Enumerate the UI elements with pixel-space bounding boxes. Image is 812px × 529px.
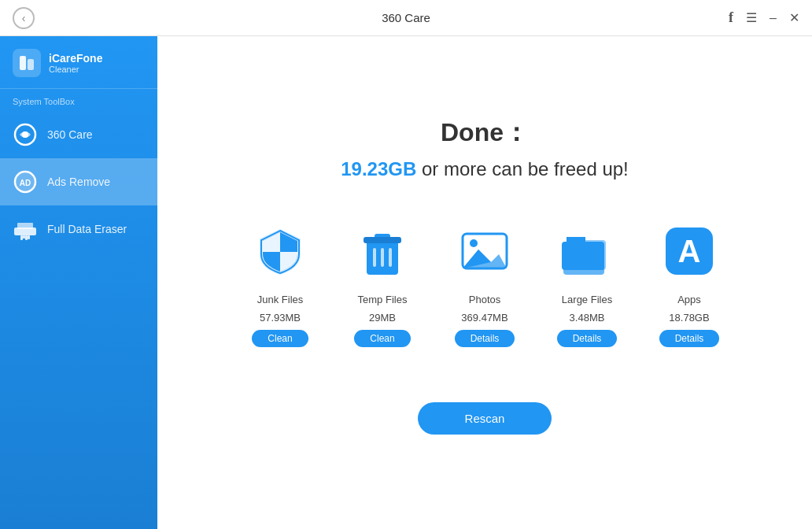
360-care-icon [13,122,38,147]
svg-point-2 [21,57,24,60]
svg-rect-27 [562,242,604,270]
category-junk-files: Junk Files 57.93MB Clean [245,220,316,347]
content-area: Done： 19.23GB or more can be freed up! [157,36,812,529]
temp-files-button[interactable]: Clean [354,330,410,347]
svg-rect-10 [25,235,28,240]
photos-button[interactable]: Details [455,330,515,347]
photos-icon [453,220,516,283]
svg-rect-8 [17,223,33,229]
junk-files-label: Junk Files [257,294,304,305]
sidebar-item-label-full-data-eraser: Full Data Eraser [47,223,127,235]
temp-files-label: Temp Files [358,294,408,305]
ads-remove-icon: AD [13,169,38,194]
done-subtitle: 19.23GB or more can be freed up! [341,158,629,180]
svg-text:AD: AD [20,179,31,187]
svg-rect-9 [20,235,23,240]
category-large-files: Large Files 3.48MB Details [552,220,622,347]
sidebar-section-label: System ToolBox [0,89,157,111]
menu-icon[interactable]: ☰ [746,10,757,25]
photos-label: Photos [469,294,500,305]
large-files-size: 3.48MB [570,312,605,324]
sidebar-item-full-data-eraser[interactable]: Full Data Eraser [0,205,157,253]
back-icon: ‹ [22,12,26,24]
svg-text:A: A [678,234,701,268]
junk-files-size: 57.93MB [260,312,301,324]
app-logo-icon [13,49,41,77]
category-apps: A Apps 18.78GB Details [654,220,725,347]
svg-rect-11 [23,235,25,239]
sidebar: iCareFone Cleaner System ToolBox 360 Car… [0,36,157,529]
done-title: Done： [441,116,529,150]
photos-size: 369.47MB [461,312,507,324]
minimize-icon[interactable]: – [770,11,777,25]
category-photos: Photos 369.47MB Details [449,220,520,347]
temp-files-icon [351,220,414,283]
facebook-icon[interactable]: f [729,9,733,26]
svg-point-4 [22,131,28,138]
junk-files-button[interactable]: Clean [252,330,308,347]
freed-amount: 19.23GB [341,158,416,179]
large-files-label: Large Files [562,294,612,305]
rescan-button[interactable]: Rescan [418,402,552,435]
large-files-button[interactable]: Details [557,330,618,347]
title-bar-left: ‹ [13,7,35,29]
main-layout: iCareFone Cleaner System ToolBox 360 Car… [0,36,812,529]
sidebar-item-ads-remove[interactable]: AD Ads Remove [0,158,157,205]
app-subtitle: Cleaner [49,65,102,74]
svg-rect-1 [28,59,34,70]
app-title: iCareFone [49,52,102,65]
junk-files-icon [249,220,312,283]
sidebar-item-label-360-care: 360 Care [47,128,93,141]
apps-icon: A [658,220,721,283]
back-button[interactable]: ‹ [13,7,35,29]
apps-button[interactable]: Details [659,330,720,347]
app-logo: iCareFone Cleaner [0,36,157,89]
app-logo-text: iCareFone Cleaner [49,52,102,75]
svg-rect-12 [28,235,30,239]
apps-size: 18.78GB [669,312,709,324]
categories-container: Junk Files 57.93MB Clean [245,220,725,347]
svg-rect-16 [364,237,401,243]
category-temp-files: Temp Files 29MB Clean [347,220,418,347]
svg-point-21 [470,239,478,247]
freed-text: or more can be freed up! [416,158,628,179]
sidebar-item-label-ads-remove: Ads Remove [47,176,110,188]
window-title: 360 Care [382,11,430,24]
temp-files-size: 29MB [369,312,396,324]
svg-rect-18 [381,248,384,267]
sidebar-item-360-care[interactable]: 360 Care [0,111,157,158]
full-data-eraser-icon [13,216,38,242]
title-bar-right: f ☰ – ✕ [729,9,799,26]
svg-rect-19 [389,248,392,267]
title-bar: ‹ 360 Care f ☰ – ✕ [0,0,812,36]
content-main: Done： 19.23GB or more can be freed up! [157,36,812,529]
close-icon[interactable]: ✕ [789,10,799,25]
large-files-icon [555,220,618,283]
apps-label: Apps [677,294,701,305]
svg-rect-17 [373,248,376,267]
